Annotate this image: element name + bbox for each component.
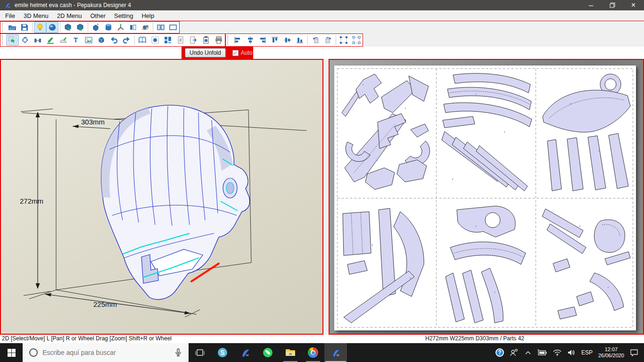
align-left-button[interactable] bbox=[231, 34, 244, 46]
print-area-button[interactable] bbox=[199, 34, 212, 46]
taskbar-app-file-explorer[interactable] bbox=[279, 343, 302, 362]
align-right-icon bbox=[258, 36, 267, 44]
two-pane-layout-button[interactable] bbox=[155, 22, 167, 33]
menu-3d[interactable]: 3D Menu bbox=[19, 11, 53, 20]
rotate-left-button[interactable] bbox=[309, 34, 322, 46]
network-tray-button[interactable] bbox=[550, 343, 564, 362]
save-button[interactable] bbox=[18, 22, 31, 33]
rotate-right-button[interactable] bbox=[322, 34, 334, 46]
minimize-button[interactable]: ─ bbox=[580, 0, 602, 10]
volume-tray-button[interactable] bbox=[564, 343, 578, 362]
flat-view-button[interactable] bbox=[127, 22, 139, 33]
edit-line-button[interactable] bbox=[44, 34, 57, 46]
one-pane-layout-button[interactable] bbox=[167, 22, 179, 33]
orbit-view-button[interactable] bbox=[139, 22, 151, 33]
cylinder-view-button[interactable] bbox=[102, 22, 115, 33]
page-number-icon: # bbox=[176, 36, 185, 44]
2d-viewport[interactable] bbox=[329, 59, 644, 335]
print-button[interactable] bbox=[212, 34, 225, 46]
file-explorer-icon bbox=[285, 348, 296, 357]
start-button[interactable] bbox=[0, 343, 23, 362]
rotate-model-alt-button[interactable] bbox=[74, 22, 86, 33]
arrange-parts-button[interactable] bbox=[162, 34, 174, 46]
ungroup-select-icon bbox=[352, 36, 361, 44]
export-page-button[interactable] bbox=[187, 34, 199, 46]
clock[interactable]: 12:07 26/06/2020 bbox=[595, 346, 627, 359]
undo-unfold-button[interactable]: Undo Unfold bbox=[185, 48, 226, 58]
auto-unfold-band: Undo Unfold ✓ Auto bbox=[182, 47, 253, 59]
auto-checkbox[interactable]: ✓ bbox=[232, 50, 239, 56]
toolbar-grip[interactable] bbox=[2, 23, 5, 32]
menu-setting[interactable]: Setting bbox=[110, 11, 137, 20]
align-middle-vertical-button[interactable] bbox=[281, 34, 294, 46]
hidden-icons-button[interactable] bbox=[522, 343, 534, 362]
show-axis-button[interactable] bbox=[115, 22, 127, 33]
close-button[interactable]: × bbox=[623, 0, 644, 10]
ungroup-select-button[interactable] bbox=[350, 34, 363, 46]
page-number-button[interactable]: # bbox=[174, 34, 187, 46]
page-2-pieces[interactable] bbox=[442, 74, 532, 191]
insert-image-button[interactable] bbox=[82, 34, 95, 46]
select-region-button[interactable] bbox=[149, 34, 162, 46]
page-1-pieces[interactable] bbox=[342, 74, 429, 189]
align-right-button[interactable] bbox=[256, 34, 269, 46]
chevron-up-icon bbox=[525, 350, 531, 355]
toolbar-grip[interactable] bbox=[2, 35, 5, 45]
edit-flap-button[interactable] bbox=[57, 34, 70, 46]
menu-other[interactable]: Other bbox=[86, 11, 110, 20]
taskbar-app-whatsapp[interactable] bbox=[256, 343, 279, 362]
select-move-button[interactable] bbox=[6, 34, 19, 46]
insert-text-button[interactable]: T bbox=[69, 34, 82, 46]
two-pane-icon bbox=[157, 23, 165, 32]
title-bar: emile helmet eva cash - Pepakura Designe… bbox=[0, 0, 644, 10]
group-select-button[interactable] bbox=[338, 34, 350, 46]
show-3d-box-button[interactable] bbox=[95, 34, 107, 46]
shaded-view-button[interactable] bbox=[90, 22, 102, 33]
auto-checkbox-label: Auto bbox=[241, 49, 253, 56]
interval-button[interactable] bbox=[32, 34, 44, 46]
taskbar-app-pepakura[interactable] bbox=[234, 343, 256, 362]
language-indicator[interactable]: ESP bbox=[578, 343, 595, 362]
taskbar-app-chrome[interactable] bbox=[302, 343, 324, 362]
action-center-button[interactable] bbox=[627, 343, 644, 362]
task-view-button[interactable] bbox=[189, 343, 211, 362]
restore-button[interactable] bbox=[602, 0, 623, 10]
toggle-light-button[interactable] bbox=[34, 22, 46, 33]
menu-file[interactable]: File bbox=[1, 11, 19, 20]
taskbar-app-skype[interactable]: S bbox=[211, 343, 234, 362]
undo-button[interactable] bbox=[107, 34, 120, 46]
align-center-horizontal-button[interactable] bbox=[244, 34, 256, 46]
microphone-icon[interactable] bbox=[174, 348, 182, 357]
windows-logo-icon bbox=[8, 349, 16, 357]
menu-2d[interactable]: 2D Menu bbox=[53, 11, 86, 20]
page-5-pieces[interactable] bbox=[446, 206, 526, 323]
taskbar-search[interactable] bbox=[23, 343, 189, 362]
page-4-pieces[interactable] bbox=[343, 208, 424, 323]
rotate-part-button[interactable] bbox=[19, 34, 32, 46]
align-bottom-button[interactable] bbox=[294, 34, 306, 46]
toolbar-3d bbox=[0, 21, 644, 33]
redo-button[interactable] bbox=[120, 34, 133, 46]
toggle-texture-button[interactable] bbox=[46, 22, 58, 33]
depth-dimension-label: 303mm bbox=[81, 118, 105, 126]
redo-icon bbox=[122, 36, 131, 44]
status-hint-text: 2D [Select/Move] L [Pan] R or Wheel Drag… bbox=[2, 335, 172, 342]
page-3-pieces[interactable] bbox=[543, 74, 630, 191]
help-tray-button[interactable]: ? bbox=[493, 343, 507, 362]
align-top-button[interactable] bbox=[269, 34, 281, 46]
toolbar-grip[interactable] bbox=[227, 35, 231, 45]
search-input[interactable] bbox=[42, 349, 174, 356]
battery-tray-button[interactable] bbox=[534, 343, 550, 362]
open-button[interactable] bbox=[6, 22, 18, 33]
page-6-pieces[interactable] bbox=[542, 209, 630, 319]
pattern-page[interactable] bbox=[334, 66, 636, 330]
taskbar-app-pepakura-active[interactable] bbox=[324, 343, 347, 362]
rotate-model-button[interactable] bbox=[62, 22, 74, 33]
notification-icon bbox=[630, 349, 638, 356]
people-button[interactable] bbox=[507, 343, 522, 362]
rotate-left-icon bbox=[312, 36, 320, 44]
check-unfold-button[interactable] bbox=[136, 34, 149, 46]
menu-help[interactable]: Help bbox=[137, 11, 158, 20]
helmet-model[interactable] bbox=[101, 105, 250, 299]
3d-viewport[interactable]: 303mm 272mm 225mm bbox=[0, 59, 323, 335]
